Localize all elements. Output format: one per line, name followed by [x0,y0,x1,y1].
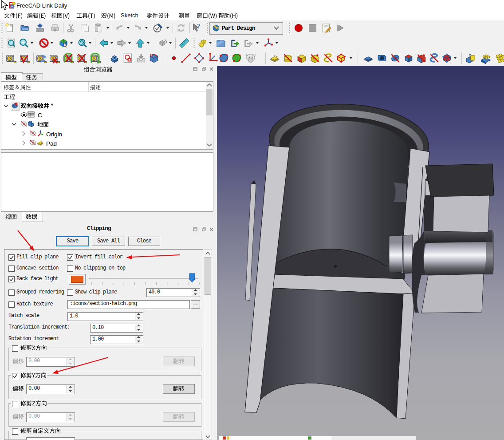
svg-text:?: ? [197,23,201,30]
